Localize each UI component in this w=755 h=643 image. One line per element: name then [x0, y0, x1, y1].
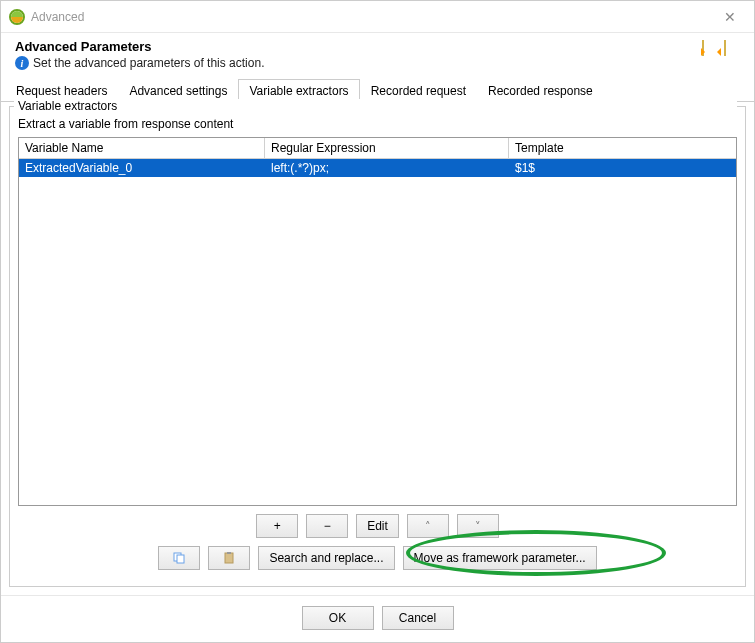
svg-rect-3 [225, 553, 233, 563]
dialog-advanced: Advanced ✕ Advanced Parameters i Set the… [0, 0, 755, 643]
remove-button[interactable]: − [306, 514, 348, 538]
ok-button[interactable]: OK [302, 606, 374, 630]
chevron-down-icon [475, 520, 481, 533]
toolbar-edit: + − Edit [18, 506, 737, 544]
cell-template: $1$ [509, 159, 736, 177]
titlebar: Advanced ✕ [1, 1, 754, 33]
cancel-button[interactable]: Cancel [382, 606, 454, 630]
table-header: Variable Name Regular Expression Templat… [19, 138, 736, 159]
import-icon[interactable] [724, 41, 740, 59]
col-header-regex[interactable]: Regular Expression [265, 138, 509, 158]
subtitle-text: Set the advanced parameters of this acti… [33, 56, 264, 70]
content-area: Variable extractors Extract a variable f… [1, 102, 754, 595]
export-icon[interactable] [702, 41, 718, 59]
add-button[interactable]: + [256, 514, 298, 538]
dialog-footer: OK Cancel [1, 595, 754, 642]
extractors-table: Variable Name Regular Expression Templat… [18, 137, 737, 506]
move-down-button[interactable] [457, 514, 499, 538]
toolbar-actions: Search and replace... Move as framework … [18, 544, 737, 578]
page-subtitle: i Set the advanced parameters of this ac… [15, 56, 702, 70]
page-title: Advanced Parameters [15, 39, 702, 54]
group-description: Extract a variable from response content [18, 117, 737, 131]
chevron-up-icon [425, 520, 431, 533]
group-title: Variable extractors [14, 99, 737, 113]
cell-regex: left:(.*?)px; [265, 159, 509, 177]
paste-button[interactable] [208, 546, 250, 570]
copy-icon [172, 551, 186, 565]
info-icon: i [15, 56, 29, 70]
table-body: ExtractedVariable_0 left:(.*?)px; $1$ [19, 159, 736, 505]
col-header-template[interactable]: Template [509, 138, 736, 158]
window-title: Advanced [31, 10, 710, 24]
paste-icon [222, 551, 236, 565]
copy-button[interactable] [158, 546, 200, 570]
close-button[interactable]: ✕ [710, 9, 750, 25]
app-icon [9, 9, 25, 25]
move-framework-button[interactable]: Move as framework parameter... [403, 546, 597, 570]
move-up-button[interactable] [407, 514, 449, 538]
svg-rect-4 [227, 552, 231, 554]
edit-button[interactable]: Edit [356, 514, 399, 538]
table-row[interactable]: ExtractedVariable_0 left:(.*?)px; $1$ [19, 159, 736, 177]
group-variable-extractors: Variable extractors Extract a variable f… [9, 106, 746, 587]
search-replace-button[interactable]: Search and replace... [258, 546, 394, 570]
header: Advanced Parameters i Set the advanced p… [1, 33, 754, 78]
cell-name: ExtractedVariable_0 [19, 159, 265, 177]
svg-rect-2 [177, 555, 184, 563]
col-header-name[interactable]: Variable Name [19, 138, 265, 158]
